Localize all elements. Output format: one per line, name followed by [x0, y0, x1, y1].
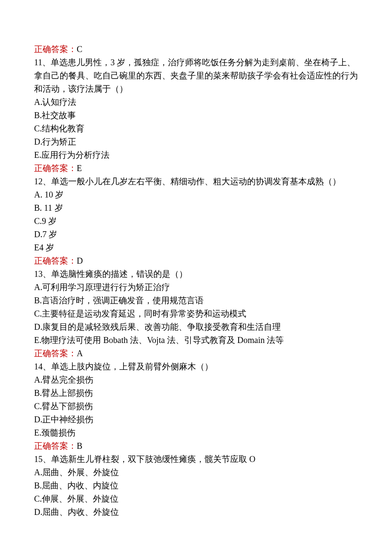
answer-label: 正确答案：: [34, 256, 77, 265]
question-stem-q13: 13、单选脑性瘫痪的描述，错误的是（）: [34, 267, 358, 281]
question-stem-q14: 14、单选上肢内旋位，上臂及前臂外侧麻木（）: [34, 360, 358, 373]
option-d-q13: D.康复目的是减轻致残后果、改善功能、争取接受教育和生活自理: [34, 320, 358, 334]
answer-value: A: [77, 349, 83, 358]
answer-value: E: [77, 163, 82, 173]
option-e-q12: E4 岁: [34, 241, 358, 254]
answer-line-q14: 正确答案：B: [34, 439, 358, 453]
option-a-q14: A.臂丛完全损伤: [34, 373, 358, 386]
option-a-q12: A. 10 岁: [34, 188, 358, 201]
answer-line-q10: 正确答案：C: [34, 43, 358, 56]
option-e-q11: E.应用行为分析疗法: [34, 148, 358, 162]
option-c-q14: C.臂丛下部损伤: [34, 400, 358, 413]
option-c-q15: C.伸展、外展、外旋位: [34, 492, 358, 506]
option-d-q12: D.7 岁: [34, 228, 358, 241]
option-b-q12: B. 11 岁: [34, 201, 358, 215]
answer-label: 正确答案：: [34, 441, 77, 450]
option-c-q11: C.结构化教育: [34, 122, 358, 135]
answer-value: B: [77, 441, 82, 450]
answer-label: 正确答案：: [34, 44, 77, 54]
answer-line-q12: 正确答案：D: [34, 254, 358, 267]
option-d-q15: D.屈曲、内收、外旋位: [34, 506, 358, 519]
option-a-q13: A.可利用学习原理进行行为矫正治疗: [34, 281, 358, 294]
answer-value: D: [77, 256, 83, 265]
question-stem-q11: 11、单选患儿男性，3 岁，孤独症，治疗师将吃饭任务分解为走到桌前、坐在椅子上、…: [34, 56, 358, 96]
question-stem-q15: 15、单选新生儿脊柱裂，双下肢弛缓性瘫痪，髋关节应取 O: [34, 453, 358, 466]
answer-label: 正确答案：: [34, 163, 77, 173]
answer-line-q13: 正确答案：A: [34, 347, 358, 360]
option-d-q14: D.正中神经损伤: [34, 413, 358, 426]
question-stem-q12: 12、单选一般小儿在几岁左右平衡、精细动作、粗大运动的协调发育基本成熟（）: [34, 175, 358, 188]
answer-label: 正确答案：: [34, 349, 77, 358]
option-c-q12: C.9 岁: [34, 215, 358, 228]
option-d-q11: D.行为矫正: [34, 135, 358, 148]
answer-value: C: [77, 44, 82, 54]
option-b-q13: B.言语治疗时，强调正确发音，使用规范言语: [34, 294, 358, 307]
option-e-q14: E.颈髓损伤: [34, 426, 358, 439]
option-a-q11: A.认知疗法: [34, 96, 358, 109]
option-b-q11: B.社交故事: [34, 109, 358, 122]
option-c-q13: C.主要特征是运动发育延迟，同时有异常姿势和运动模式: [34, 307, 358, 320]
option-a-q15: A.屈曲、外展、外旋位: [34, 466, 358, 479]
answer-line-q11: 正确答案：E: [34, 162, 358, 175]
option-e-q13: E.物理疗法可使用 Bobath 法、Vojta 法、引导式教育及 Domain…: [34, 334, 358, 347]
option-b-q14: B.臂丛上部损伤: [34, 386, 358, 400]
option-b-q15: B.屈曲、内收、内旋位: [34, 479, 358, 492]
